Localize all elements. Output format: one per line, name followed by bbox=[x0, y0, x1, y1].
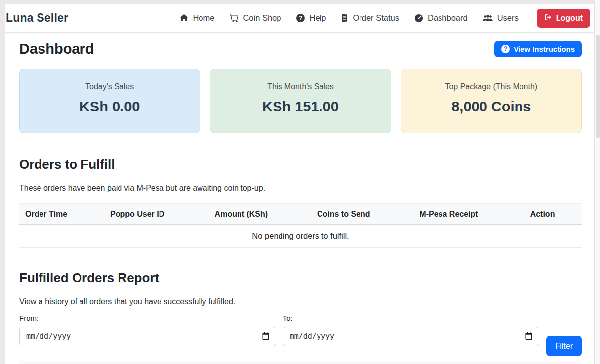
calendar-icon[interactable] bbox=[525, 332, 533, 340]
view-instructions-button[interactable]: ? View Instructions bbox=[494, 41, 582, 57]
page-header: Dashboard ? View Instructions bbox=[19, 39, 582, 58]
brand-title: Luna Seller bbox=[6, 11, 68, 25]
cart-icon bbox=[230, 14, 239, 23]
column-header-coins-to-send: Coins to Send bbox=[311, 204, 413, 225]
fulfilled-orders-title: Fulfilled Orders Report bbox=[19, 269, 582, 286]
stat-card-month-sales: This Month's Sales KSh 151.00 bbox=[210, 69, 391, 133]
fulfilled-table-header-peek bbox=[19, 361, 582, 364]
orders-to-fulfill-description: These orders have been paid via M-Pesa b… bbox=[19, 182, 582, 194]
stat-card-label: This Month's Sales bbox=[210, 82, 390, 91]
to-date-group: To: bbox=[283, 314, 540, 346]
page-title: Dashboard bbox=[19, 39, 94, 58]
empty-state-message: No pending orders to fulfill. bbox=[19, 225, 582, 248]
orders-to-fulfill-table: Order Time Poppo User ID Amount (KSh) Co… bbox=[19, 203, 582, 248]
receipt-icon bbox=[341, 14, 348, 22]
column-header-amount: Amount (KSh) bbox=[209, 204, 311, 225]
scrollbar[interactable] bbox=[594, 0, 600, 364]
column-header-mpesa-receipt: M-Pesa Receipt bbox=[413, 204, 524, 225]
nav-item-help[interactable]: ? Help bbox=[296, 13, 326, 23]
nav-item-label: Dashboard bbox=[428, 13, 468, 23]
from-date-group: From: bbox=[19, 314, 276, 346]
main-content: Dashboard ? View Instructions Today's Sa… bbox=[5, 33, 594, 364]
stat-card-value: 8,000 Coins bbox=[401, 99, 581, 115]
date-filter-form: From: To: Filter bbox=[19, 314, 582, 356]
app-window: Luna Seller Home Coin Shop ? Help bbox=[5, 4, 594, 364]
column-header-poppo-user-id: Poppo User ID bbox=[104, 204, 209, 225]
from-date-input[interactable] bbox=[19, 327, 276, 346]
nav-item-label: Home bbox=[193, 13, 214, 23]
nav-item-label: Help bbox=[309, 13, 326, 23]
from-label: From: bbox=[19, 314, 276, 322]
stat-card-todays-sales: Today's Sales KSh 0.00 bbox=[19, 69, 200, 133]
nav-item-label: Users bbox=[497, 13, 519, 23]
question-circle-icon: ? bbox=[501, 45, 510, 53]
calendar-icon[interactable] bbox=[262, 332, 270, 340]
logout-button[interactable]: Logout bbox=[537, 9, 590, 28]
nav-item-label: Coin Shop bbox=[243, 13, 281, 23]
stat-card-value: KSh 151.00 bbox=[210, 99, 390, 115]
nav-item-order-status[interactable]: Order Status bbox=[341, 13, 399, 23]
filter-button[interactable]: Filter bbox=[546, 336, 582, 356]
question-circle-icon: ? bbox=[296, 14, 305, 22]
column-header-action: Action bbox=[524, 204, 582, 225]
to-date-input[interactable] bbox=[283, 327, 540, 346]
logout-icon bbox=[544, 13, 552, 23]
nav-item-home[interactable]: Home bbox=[180, 13, 214, 23]
logout-label: Logout bbox=[556, 14, 583, 23]
stat-cards-row: Today's Sales KSh 0.00 This Month's Sale… bbox=[19, 69, 582, 133]
nav-items: Home Coin Shop ? Help Order Status bbox=[180, 9, 590, 28]
home-icon bbox=[180, 14, 188, 22]
nav-item-dashboard[interactable]: Dashboard bbox=[414, 13, 468, 23]
column-header-order-time: Order Time bbox=[19, 204, 104, 225]
fulfilled-orders-description: View a history of all orders that you ha… bbox=[19, 296, 582, 308]
empty-state-row: No pending orders to fulfill. bbox=[19, 225, 582, 248]
users-icon bbox=[483, 14, 493, 22]
scrollbar-thumb[interactable] bbox=[596, 35, 600, 138]
stat-card-top-package: Top Package (This Month) 8,000 Coins bbox=[401, 69, 582, 133]
stat-card-value: KSh 0.00 bbox=[20, 99, 200, 115]
navbar: Luna Seller Home Coin Shop ? Help bbox=[5, 4, 594, 33]
nav-item-label: Order Status bbox=[353, 13, 399, 23]
stat-card-label: Top Package (This Month) bbox=[401, 82, 581, 91]
nav-item-users[interactable]: Users bbox=[483, 13, 519, 23]
orders-to-fulfill-title: Orders to Fulfill bbox=[19, 156, 582, 173]
view-instructions-label: View Instructions bbox=[514, 45, 575, 53]
table-header-row: Order Time Poppo User ID Amount (KSh) Co… bbox=[19, 204, 582, 225]
stat-card-label: Today's Sales bbox=[20, 82, 200, 91]
to-label: To: bbox=[283, 314, 540, 322]
tachometer-icon bbox=[414, 14, 423, 23]
nav-item-coin-shop[interactable]: Coin Shop bbox=[230, 13, 281, 23]
